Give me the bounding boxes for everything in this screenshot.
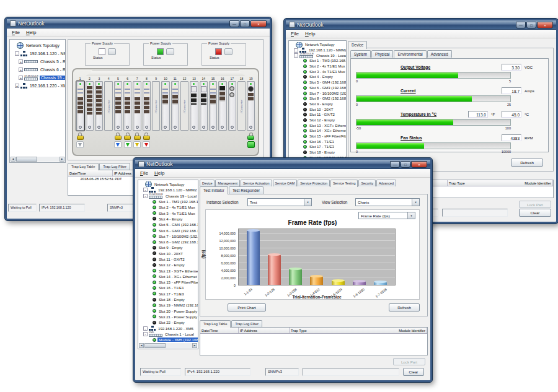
chassis-slot[interactable]: 4 iConverter (104, 77, 113, 151)
lock-part-button[interactable]: Lock Part (393, 358, 425, 365)
tree-expander[interactable]: + (19, 76, 23, 80)
title-bar[interactable]: NetOutlook —□× (286, 20, 556, 30)
tree-item[interactable]: - 192.168.1.220 - XM5 (139, 325, 198, 331)
slot-action-arrow-icon[interactable] (133, 141, 141, 148)
tree-item[interactable]: Slot 15 - sFF Fiber/Fiber (290, 134, 346, 139)
test-sub-tab[interactable]: Test Responder (229, 186, 264, 194)
module-card[interactable]: iConverter (247, 81, 255, 131)
menu-item[interactable]: File (9, 30, 23, 35)
tree-item[interactable]: Slot 10 - 20XT (139, 251, 198, 256)
chassis-slot[interactable]: 7 iConverter (133, 77, 141, 151)
tree-item[interactable]: Slot 3 - 4x T1/E1 Mux (290, 69, 346, 74)
module-tab[interactable]: Service Activation (241, 180, 272, 186)
topology-tree[interactable]: Network Topology - 192.168.1.120 - NMM2 … (9, 39, 66, 163)
tree-item[interactable]: Slot 18 - Empty (139, 297, 198, 302)
tree-item[interactable]: Slot 1 - TM3 (192.168.1.22 (290, 58, 346, 64)
tree-item[interactable]: Slot 15 - sFF Fiber/Fiber (139, 279, 198, 285)
table-column-header[interactable]: IP Address (239, 328, 290, 333)
tree-expander[interactable]: + (15, 84, 19, 88)
slot-action-arrow-icon[interactable] (114, 141, 122, 148)
lock-icon[interactable] (247, 133, 254, 140)
device-sub-tab[interactable]: Advanced (427, 50, 452, 58)
tree-horizontal-scrollbar[interactable] (11, 157, 64, 162)
module-tab[interactable]: Service Protection (298, 180, 330, 186)
chevron-down-icon[interactable] (407, 212, 415, 219)
window-control-button[interactable]: □ (401, 161, 410, 168)
tree-item[interactable]: Slot 17 - T1/E3 (139, 291, 198, 297)
tree-item[interactable]: + 192.168.1.220 - XM5 (11, 82, 65, 90)
tree-item[interactable]: Slot 4 - Empty (290, 74, 346, 80)
lock-icon[interactable] (143, 133, 150, 140)
tree-item[interactable]: Slot 6 - GM3 (192.168.1.19 (290, 85, 346, 91)
tree-expander[interactable]: - (143, 194, 148, 198)
chassis-slot[interactable]: 5 iConverter (113, 77, 122, 151)
table-column-header[interactable]: Module Identifier (397, 328, 427, 333)
tree-item[interactable]: Slot 14 - XG+ Ethernet (290, 128, 346, 134)
tab-device[interactable]: Device (348, 41, 367, 49)
window-control-button[interactable]: × (411, 161, 427, 168)
chevron-down-icon[interactable] (304, 199, 311, 206)
table-column-header[interactable]: Date/Time (68, 170, 113, 176)
trap-log-tab[interactable]: Trap Log Filter (231, 320, 262, 327)
print-chart-button[interactable]: Print Chart (228, 303, 266, 311)
refresh-button[interactable]: Refresh (389, 303, 420, 311)
module-tab[interactable]: Service OAM (273, 180, 298, 186)
title-bar[interactable]: NetOutlook —□× (135, 160, 430, 169)
tree-item[interactable]: - 192.168.1.120 - NMM2 (139, 187, 198, 193)
chassis-slot[interactable]: 12 iConverter (180, 77, 188, 151)
scroll-right-icon[interactable] (60, 157, 64, 162)
slot-action-arrow-icon[interactable] (143, 141, 150, 148)
tree-item[interactable]: Slot 8 - GM2 (192.168.1.20 (290, 96, 346, 102)
chassis-slot[interactable]: 2 iConverter (85, 77, 94, 151)
tree-item[interactable]: Slot 3 - 4x T1/E1 Mux (139, 210, 198, 216)
module-card[interactable]: iConverter (133, 81, 141, 131)
trap-log-tab[interactable]: Trap Log Table (68, 163, 99, 170)
power-supply-detail-button[interactable] (108, 48, 116, 55)
tree-item[interactable]: Slot 13 - XGT+ Ethernet (290, 123, 346, 128)
module-card[interactable]: iConverter (104, 81, 112, 131)
slot-action-arrow-icon[interactable] (76, 141, 84, 148)
chassis-slot[interactable]: 3 iConverter (95, 77, 104, 151)
refresh-button[interactable]: Refresh (511, 159, 543, 167)
device-sub-tab[interactable]: System (350, 50, 371, 58)
tree-item[interactable]: Slot 19 - NMM2 (192.168.1. (139, 302, 198, 308)
tree-item[interactable]: Slot 16 - T1/E1 (139, 285, 198, 290)
tree-item[interactable]: Slot 4 - Empty (139, 216, 198, 222)
title-bar[interactable]: NetOutlook —□× (7, 19, 270, 28)
device-sub-tab[interactable]: Environmental (394, 50, 426, 58)
power-supply-detail-button[interactable] (166, 48, 174, 55)
module-card[interactable]: iConverter (95, 81, 103, 131)
tree-item[interactable]: + 19-MODULE Chassis 19 - Local (11, 74, 65, 82)
module-tab[interactable]: Advanced (376, 180, 396, 186)
slot-action-arrow-icon[interactable] (124, 141, 131, 148)
tree-item[interactable]: Slot 12 - Empty (290, 118, 346, 123)
module-card[interactable]: iConverter (86, 81, 94, 131)
chassis-slot[interactable]: 16 iConverter (218, 77, 227, 151)
menu-item[interactable]: Help (151, 170, 167, 176)
module-card[interactable]: iConverter (123, 81, 131, 131)
topology-tree[interactable]: Network Topology - 192.168.1.120 - NMM2 … (288, 40, 347, 172)
tree-item[interactable]: Slot 14 - XG+ Ethernet (139, 274, 198, 279)
slot-action-arrow-icon[interactable] (247, 141, 255, 148)
table-column-header[interactable]: IP Address (113, 170, 133, 176)
module-tab[interactable]: Management (215, 180, 239, 186)
chassis-slot[interactable]: 14 iConverter (199, 77, 208, 151)
scroll-left-icon[interactable] (11, 157, 16, 162)
tree-item[interactable]: Slot 17 - T1/E3 (290, 144, 346, 150)
tree-item[interactable]: Slot 9 - Empty (139, 245, 198, 250)
module-card[interactable]: iConverter (209, 81, 217, 131)
tree-item[interactable]: Network Topology (11, 41, 65, 50)
tree-item[interactable]: Slot 21 - Power Supply (139, 314, 198, 320)
chevron-down-icon[interactable] (412, 199, 419, 206)
chassis-slot[interactable]: 11 iConverter (170, 77, 179, 151)
module-card[interactable]: iConverter (237, 81, 246, 131)
tree-item[interactable]: Network Topology (290, 42, 346, 48)
chassis-slot[interactable]: 13 iConverter (190, 77, 198, 151)
chassis-slot[interactable]: 10 iConverter (161, 77, 170, 151)
tree-item[interactable]: Slot 22 - Empty (139, 320, 198, 325)
tree-item[interactable]: Slot 9 - Empty (290, 102, 346, 107)
module-tab[interactable]: Device (200, 180, 215, 186)
clear-button[interactable]: Clear (403, 368, 424, 376)
tree-item[interactable]: Slot 5 - GM4 (192.168.1.23 (290, 80, 346, 85)
tree-item[interactable]: - XM5 Chassis 1 - Local (139, 331, 198, 337)
